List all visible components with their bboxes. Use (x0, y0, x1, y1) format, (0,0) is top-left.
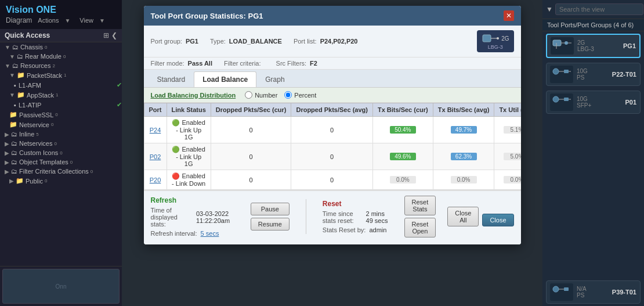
expand-icon: ▶ (5, 141, 9, 147)
resume-button[interactable]: Resume (251, 218, 290, 231)
app-title: Vision ONE (6, 5, 116, 15)
sidebar-item-appstack[interactable]: ▼ 📁 AppStack 1 (0, 90, 122, 100)
cell-dropped-cur: 0 (211, 170, 291, 190)
radio-number[interactable]: Number (245, 91, 277, 99)
tab-standard[interactable]: Standard (149, 71, 194, 87)
pause-button[interactable]: Pause (251, 203, 290, 215)
p39-label: P39-T01 (612, 289, 636, 296)
tree-label: Rear Module (25, 53, 61, 60)
actions-menu[interactable]: Actions (38, 17, 59, 24)
port-card-p01-info: 10G SFP+ (577, 96, 591, 109)
count-badge: 0 (45, 45, 47, 50)
sidebar-item-l1-afm[interactable]: ▪ L1-AFM ✔ (0, 80, 122, 90)
tab-graph[interactable]: Graph (256, 71, 293, 87)
port-card-p01[interactable]: 10G SFP+ P01 (546, 91, 641, 114)
p39-network-svg (551, 285, 572, 300)
col-tx-cur: Tx Bits/Sec (cur) (372, 103, 433, 117)
sidebar-item-packetstack[interactable]: ▼ 📁 PacketStack 1 (0, 70, 122, 80)
port-link[interactable]: P20 (150, 177, 161, 183)
sidebar-item-l1-atip[interactable]: ▪ L1-ATIP ✔ (0, 100, 122, 110)
port-link[interactable]: P24 (150, 127, 161, 134)
count-badge: 5 (36, 132, 38, 137)
search-input[interactable] (555, 3, 643, 15)
radio-group: Number Percent (245, 91, 316, 99)
cell-port: P24 (144, 117, 167, 143)
p01-sub1: 10G (577, 96, 591, 102)
col-tx-util: Tx Util (cur) (494, 103, 521, 117)
sidebar-item-public[interactable]: ▶ 📁 Public 0 (0, 176, 122, 186)
count-badge: 1 (56, 92, 58, 98)
count-badge: 0 (91, 169, 93, 174)
grid-icon[interactable]: ⊞ (103, 31, 109, 39)
port-card-p22-t01[interactable]: 10G PS P22-T01 (546, 63, 641, 86)
diagram-thumb-label: Onn (56, 283, 67, 290)
sidebar-item-netservice[interactable]: 📁 Netservice 0 (0, 120, 122, 129)
diagram-canvas[interactable]: Tool Port Group Statistics: PG1 ✕ Port g… (122, 0, 542, 306)
src-filters-label: Src Filters: (276, 60, 307, 67)
radio-number-input[interactable] (245, 91, 252, 99)
port-list-label: Port list: (294, 38, 317, 45)
modal-close-button[interactable]: ✕ (504, 10, 514, 21)
tx-avg-bar: 49.7% (451, 126, 477, 134)
p01-network-svg (551, 95, 572, 110)
cell-tx-avg: 0.0% (433, 170, 494, 190)
sidebar-item-inline[interactable]: ▶ 🗂 Inline 5 (0, 129, 122, 139)
icon-label-lbg: LBG-3 (488, 44, 503, 50)
since-reset-value: 2 mins 49 secs (366, 210, 393, 224)
modal-icon-card: 2G LBG-3 (477, 30, 513, 52)
sidebar-item-resources[interactable]: ▼ 🗂 Resources 2 (0, 61, 122, 70)
sidebar-item-netservices[interactable]: ▶ 🗂 Netservices 0 (0, 139, 122, 148)
stats-table-wrapper[interactable]: Port Link Status Dropped Pkts/Sec (cur) … (144, 103, 521, 190)
interval-label: Refresh interval: (151, 230, 197, 237)
expand-icon: ▼ (9, 53, 15, 60)
right-panel-spacer (542, 116, 644, 278)
radio-percent[interactable]: Percent (284, 91, 316, 99)
folder-icon: 📁 (9, 121, 17, 128)
cell-tx-util: 5.0% (494, 143, 521, 170)
tab-load-balance[interactable]: Load Balance (194, 71, 256, 87)
count-badge: 0 (60, 150, 62, 156)
right-panel-search: ▼ 🔍 ? (542, 0, 644, 19)
load-balance-label[interactable]: Load Balancing Distribution (151, 92, 236, 99)
p22-sub1: 10G (577, 68, 588, 74)
cell-port: P20 (144, 170, 167, 190)
chevron-icon[interactable]: ❮ (111, 31, 117, 39)
view-menu[interactable]: View (79, 17, 93, 24)
sidebar-bottom: Onn (0, 266, 122, 306)
port-list-value: P24,P02,P20 (320, 38, 358, 45)
port-link[interactable]: P02 (150, 153, 161, 160)
folder-icon: 📁 (9, 111, 17, 118)
cell-tx-util: 0.0% (494, 170, 521, 190)
sidebar-item-filter-criteria[interactable]: ▶ 🗂 Filter Criteria Collections 0 (0, 167, 122, 176)
cell-tx-cur: 49.6% (372, 143, 433, 170)
folder-icon: 🗂 (12, 62, 19, 69)
radio-percent-input[interactable] (284, 91, 292, 99)
table-row: P20 🔴 Enabled - Link Down 0 0 0.0% 0.0% … (144, 170, 521, 190)
p01-label: P01 (625, 99, 636, 106)
tree-label: Filter Criteria Collections (19, 168, 89, 175)
table-row: P02 🟢 Enabled - Link Up 1G 0 0 49.6% 62.… (144, 143, 521, 170)
sidebar-item-chassis[interactable]: ▼ 🗂 Chassis 0 (0, 42, 122, 52)
pg1-sub1: 2G (577, 39, 594, 46)
port-group-value: PG1 (186, 38, 198, 45)
tree-label: AppStack (27, 92, 54, 99)
close-all-button[interactable]: Close All (447, 207, 479, 226)
tx-util-bar: 0.0% (504, 176, 520, 183)
port-card-pg1[interactable]: 2G LBG-3 PG1 (546, 34, 641, 58)
reset-open-button[interactable]: Reset Open (404, 218, 436, 237)
count-badge: 2 (52, 63, 55, 69)
sidebar-item-passivessl[interactable]: 📁 PassiveSSL 0 (0, 110, 122, 120)
folder-icon: 🗂 (12, 44, 19, 51)
port-card-p39-t01[interactable]: N/A PS P39-T01 (546, 280, 641, 304)
sidebar-item-custom-icons[interactable]: ▶ 🗂 Custom Icons 0 (0, 148, 122, 157)
reset-by-value: admin (369, 226, 386, 233)
col-port: Port (144, 103, 167, 117)
reset-stats-button[interactable]: Reset Stats (404, 196, 436, 215)
sidebar-item-object-templates[interactable]: ▶ 🗂 Object Templates 0 (0, 157, 122, 167)
expand-icon: ▼ (9, 92, 15, 98)
folder-icon: 🗂 (11, 159, 17, 165)
tree-label: Custom Icons (19, 149, 58, 156)
modal-header: Tool Port Group Statistics: PG1 ✕ (144, 6, 521, 26)
sidebar-item-rear-module[interactable]: ▼ 🗂 Rear Module 0 (0, 52, 122, 61)
close-button[interactable]: Close (482, 214, 513, 226)
